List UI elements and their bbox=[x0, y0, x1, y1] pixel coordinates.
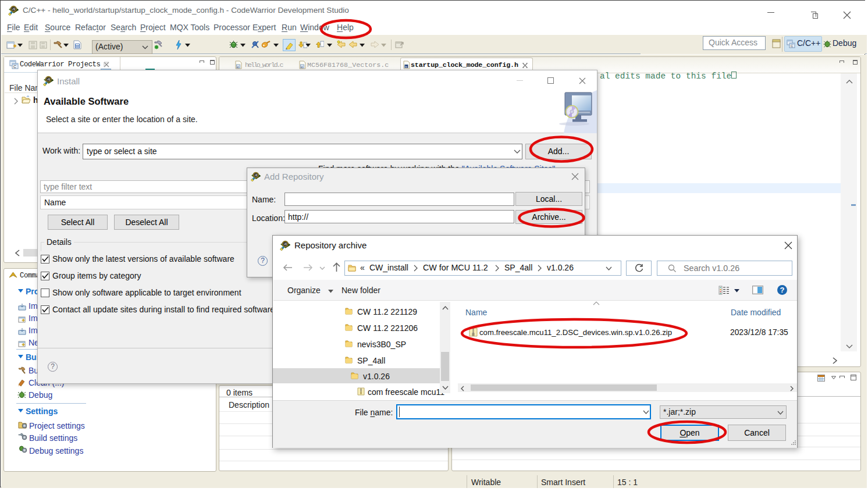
svg-text:C: C bbox=[13, 65, 16, 69]
svg-text:h: h bbox=[405, 65, 407, 69]
svg-text:c: c bbox=[237, 65, 239, 69]
svg-text:C: C bbox=[791, 44, 794, 48]
svg-text:c: c bbox=[301, 65, 303, 69]
